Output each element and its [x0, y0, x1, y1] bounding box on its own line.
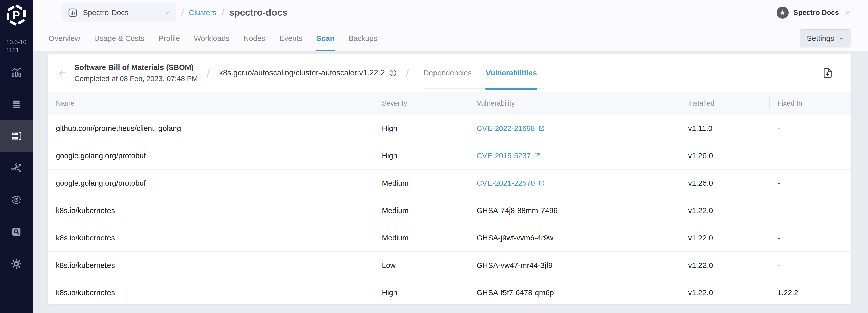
orbit-rings-icon [10, 194, 22, 206]
cell-name: github.com/prometheus/client_golang [48, 115, 374, 142]
cell-severity: High [374, 279, 469, 304]
cell-vulnerability: CVE-2015-5237 [469, 142, 680, 169]
column-header-fixed-in[interactable]: Fixed In [769, 92, 851, 115]
settings-button[interactable]: Settings [800, 29, 851, 48]
cell-installed: v1.22.0 [680, 224, 769, 251]
cell-severity: Medium [374, 169, 469, 197]
table-row[interactable]: k8s.io/kubernetes Medium GHSA-j9wf-vvm6-… [48, 224, 851, 251]
sidebar-item-registries[interactable] [0, 216, 33, 248]
fixed-in-version: - [777, 206, 780, 215]
sbom-title: Software Bill of Materials (SBOM) [74, 63, 198, 72]
table-row[interactable]: google.golang.org/protobuf High CVE-2015… [48, 142, 851, 169]
tab-overview[interactable]: Overview [49, 25, 80, 52]
severity-value: High [382, 124, 397, 133]
breadcrumb-link-clusters[interactable]: Clusters [189, 8, 217, 17]
installed-version: v1.22.0 [688, 288, 713, 297]
vulnerability-entry: GHSA-j9wf-vvm6-4r9w [477, 233, 553, 242]
main-area: Spectro-Docs / Clusters / spectro-docs ★… [33, 0, 868, 313]
palette-logo-icon[interactable]: P [0, 0, 33, 27]
chevron-down-icon [844, 9, 851, 16]
cell-name: k8s.io/kubernetes [48, 252, 374, 279]
column-header-vulnerability[interactable]: Vulnerability [469, 92, 680, 115]
external-link-icon[interactable] [534, 152, 541, 159]
tab-dependencies[interactable]: Dependencies [424, 54, 472, 92]
sidebar-item-workspaces[interactable] [0, 152, 33, 184]
tab-vulnerabilities[interactable]: Vulnerabilities [486, 54, 537, 92]
sidebar-item-cluster-groups[interactable] [0, 184, 33, 216]
vulnerability-id: GHSA-f5f7-6478-qm6p [477, 288, 554, 297]
table-header-row: Name Severity Vulnerability Installed Fi… [48, 92, 851, 115]
severity-value: High [382, 152, 397, 160]
tab-backups[interactable]: Backups [349, 25, 377, 52]
table-row[interactable]: k8s.io/kubernetes Low GHSA-vw47-mr44-3jf… [48, 251, 851, 279]
package-name: github.com/prometheus/client_golang [56, 124, 181, 133]
topbar: Spectro-Docs / Clusters / spectro-docs ★… [33, 0, 868, 52]
tab-usage-costs[interactable]: Usage & Costs [94, 25, 145, 52]
user-menu[interactable]: ★ Spectro Docs [777, 6, 852, 19]
cell-vulnerability: GHSA-j9wf-vvm6-4r9w [469, 224, 680, 251]
cell-installed: v1.22.0 [680, 197, 769, 224]
tab-scan[interactable]: Scan [316, 25, 335, 52]
fixed-in-version: - [777, 179, 780, 187]
table-row[interactable]: k8s.io/kubernetes High GHSA-f5f7-6478-qm… [48, 279, 851, 304]
sidebar-item-settings[interactable] [0, 248, 33, 280]
svg-text:P: P [12, 9, 20, 22]
installed-version: v1.22.0 [688, 206, 713, 215]
cluster-tabs: Overview Usage & Costs Profile Workloads… [49, 25, 377, 52]
cell-installed: v1.22.0 [680, 252, 769, 279]
cell-severity: High [374, 115, 469, 142]
user-menu-label: Spectro Docs [794, 8, 839, 17]
cell-name: k8s.io/kubernetes [48, 197, 374, 224]
image-reference: k8s.gcr.io/autoscaling/cluster-autoscale… [219, 68, 385, 77]
column-header-installed[interactable]: Installed [680, 92, 769, 115]
cell-vulnerability: GHSA-f5f7-6478-qm6p [469, 279, 680, 304]
topbar-row-tabs: Overview Usage & Costs Profile Workloads… [33, 25, 868, 52]
package-name: k8s.io/kubernetes [56, 261, 115, 270]
sidebar: P 10.3-101121 [0, 0, 33, 313]
sbom-card: Software Bill of Materials (SBOM) Comple… [48, 54, 851, 304]
chevron-down-icon [164, 9, 171, 16]
sbom-tabs: Dependencies Vulnerabilities [424, 54, 544, 92]
cell-vulnerability: GHSA-74j8-88mm-7496 [469, 197, 680, 224]
vulnerability-entry: GHSA-f5f7-6478-qm6p [477, 288, 554, 297]
table-row[interactable]: k8s.io/kubernetes Medium GHSA-74j8-88mm-… [48, 197, 851, 224]
sbom-panel-header: Software Bill of Materials (SBOM) Comple… [48, 54, 851, 92]
column-header-name[interactable]: Name [48, 92, 374, 115]
sidebar-nav [0, 56, 33, 280]
vulnerability-id[interactable]: CVE-2022-21698 [477, 124, 535, 133]
scan-box-icon [10, 226, 22, 238]
tab-profile[interactable]: Profile [158, 25, 180, 52]
cell-vulnerability: GHSA-vw47-mr44-3jf9 [469, 252, 680, 279]
installed-version: v1.26.0 [688, 179, 713, 187]
sidebar-item-dashboard[interactable] [0, 56, 33, 88]
severity-value: Medium [382, 179, 409, 187]
vulnerability-id: GHSA-74j8-88mm-7496 [477, 206, 558, 215]
table-row[interactable]: google.golang.org/protobuf Medium CVE-20… [48, 169, 851, 197]
download-report-button[interactable] [821, 66, 834, 80]
sidebar-item-clusters[interactable] [0, 120, 33, 152]
sidebar-item-profiles[interactable] [0, 88, 33, 120]
network-nodes-icon [10, 162, 22, 174]
breadcrumb-separator: / [181, 7, 184, 18]
star-icon: ★ [780, 9, 785, 17]
installed-version: v1.11.0 [688, 124, 712, 133]
vulnerability-entry: GHSA-vw47-mr44-3jf9 [477, 261, 553, 270]
tab-workloads[interactable]: Workloads [194, 25, 229, 52]
external-link-icon[interactable] [538, 180, 545, 187]
vulnerability-id[interactable]: CVE-2021-22570 [477, 179, 535, 187]
cell-vulnerability: CVE-2022-21698 [469, 115, 680, 142]
tab-nodes[interactable]: Nodes [243, 25, 265, 52]
external-link-icon[interactable] [538, 125, 545, 132]
installed-version: v1.22.0 [688, 233, 713, 242]
column-header-severity[interactable]: Severity [374, 92, 469, 115]
cell-vulnerability: CVE-2021-22570 [469, 169, 680, 197]
back-button[interactable] [56, 67, 69, 79]
fixed-in-version: - [777, 124, 780, 133]
vulnerability-id[interactable]: CVE-2015-5237 [477, 152, 531, 160]
cell-name: k8s.io/kubernetes [48, 224, 374, 251]
info-circle-icon[interactable] [389, 69, 397, 77]
table-row[interactable]: github.com/prometheus/client_golang High… [48, 115, 851, 142]
tab-events[interactable]: Events [279, 25, 302, 52]
breadcrumb: / Clusters / spectro-docs [181, 7, 287, 18]
project-selector[interactable]: Spectro-Docs [62, 3, 176, 22]
